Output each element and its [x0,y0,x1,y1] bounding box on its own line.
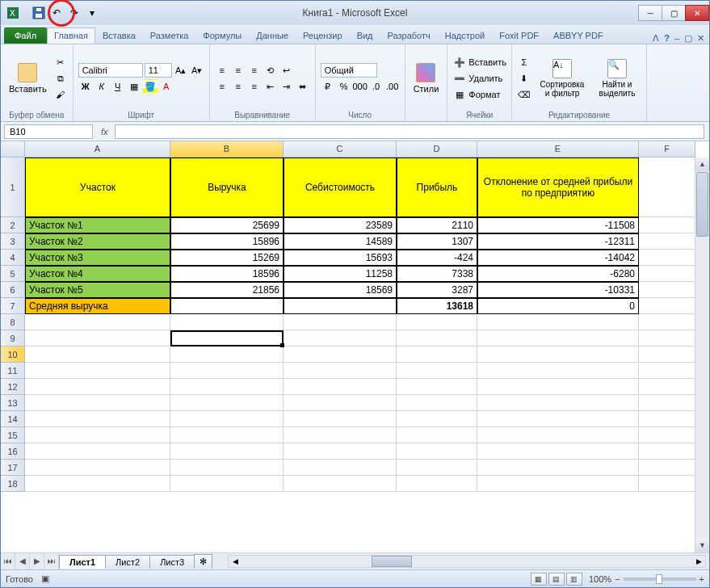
tab-layout[interactable]: Разметка [143,27,196,44]
insert-cells-icon[interactable]: ➕ [452,55,467,69]
qat-customize-icon[interactable]: ▾ [85,6,99,20]
align-left-icon[interactable]: ≡ [215,79,229,94]
dec-decimal-icon[interactable]: .00 [385,79,400,94]
scroll-down-icon[interactable]: ▼ [695,539,709,552]
tab-developer[interactable]: Разработч [380,27,438,44]
undo-icon[interactable]: ↶ [49,6,64,20]
merge-icon[interactable]: ⬌ [296,79,310,94]
sheet-tab[interactable]: Лист2 [105,555,150,569]
col-header-F[interactable]: F [639,141,695,158]
sheet-nav-prev-icon[interactable]: ◀ [15,553,30,569]
horizontal-scrollbar[interactable]: ◀ ▶ [228,555,706,568]
paste-button[interactable]: Вставить [6,61,50,95]
zoom-out-icon[interactable]: − [615,574,620,584]
indent-dec-icon[interactable]: ⇤ [263,79,278,94]
vertical-scrollbar[interactable]: ▲ ▼ [695,158,709,552]
sheet-tab[interactable]: Лист3 [149,555,195,569]
macro-record-icon[interactable]: ▣ [41,573,49,584]
copy-icon[interactable]: ⧉ [53,71,68,86]
cell[interactable] [639,158,695,217]
align-bottom-icon[interactable]: ≡ [247,63,262,78]
grid-rows[interactable]: 1 Участок Выручка Себистоимость Прибыль … [1,158,709,492]
sheet-nav-next-icon[interactable]: ▶ [30,553,44,569]
workbook-restore-icon[interactable]: ▢ [684,33,692,44]
italic-icon[interactable]: К [95,79,109,94]
align-center-icon[interactable]: ≡ [231,79,246,94]
percent-icon[interactable]: % [337,79,351,94]
sheet-nav-first-icon[interactable]: ⏮ [1,553,15,569]
col-header-C[interactable]: C [284,141,397,158]
cell[interactable]: Себистоимость [284,158,397,217]
wrap-text-icon[interactable]: ↩ [279,63,294,78]
fill-color-icon[interactable]: 🪣 [143,79,158,94]
scroll-up-icon[interactable]: ▲ [695,158,709,171]
col-header-D[interactable]: D [397,141,477,158]
formula-input[interactable] [115,124,704,139]
font-name-combo[interactable]: Calibri [78,63,143,78]
scroll-left-icon[interactable]: ◀ [229,556,242,567]
comma-icon[interactable]: 000 [353,79,368,94]
col-header-A[interactable]: A [25,141,170,158]
view-normal-icon[interactable]: ▦ [531,573,547,586]
fx-icon[interactable]: fx [96,127,113,136]
cell[interactable]: Отклонение от средней прибыли по предпри… [477,158,639,217]
border-icon[interactable]: ▦ [127,79,141,94]
view-pagebreak-icon[interactable]: ▥ [566,573,582,586]
save-icon[interactable] [32,6,46,20]
fill-icon[interactable]: ⬇ [517,71,531,86]
row-header-1[interactable]: 1 [1,158,25,217]
minimize-button[interactable]: ─ [638,5,662,21]
shrink-font-icon[interactable]: A▾ [190,63,204,78]
col-header-B[interactable]: B [170,141,284,158]
format-cells-icon[interactable]: ▦ [452,87,467,102]
sheet-tab[interactable]: Лист1 [59,555,106,569]
clear-icon[interactable]: ⌫ [517,87,531,102]
orientation-icon[interactable]: ⟲ [263,63,278,78]
tab-review[interactable]: Рецензир [296,27,350,44]
align-right-icon[interactable]: ≡ [247,79,262,94]
tab-file[interactable]: Файл [4,27,47,44]
format-painter-icon[interactable]: 🖌 [53,87,68,102]
inc-decimal-icon[interactable]: .0 [369,79,384,94]
autosum-icon[interactable]: Σ [517,55,531,69]
close-button[interactable]: ✕ [685,5,709,21]
sort-filter-button[interactable]: A↓ Сортировка и фильтр [535,57,590,99]
number-format-combo[interactable]: Общий [321,63,377,78]
align-middle-icon[interactable]: ≡ [231,63,246,78]
zoom-in-icon[interactable]: + [699,574,704,584]
excel-icon[interactable]: X [6,6,20,20]
new-sheet-icon[interactable]: ✻ [194,554,212,569]
workbook-close-icon[interactable]: ✕ [697,33,704,44]
cut-icon[interactable]: ✂ [53,55,68,69]
cell[interactable]: Прибыль [397,158,477,217]
bold-icon[interactable]: Ж [78,79,93,94]
help-icon[interactable]: ? [664,33,670,44]
currency-icon[interactable]: ₽ [321,79,335,94]
workbook-min-icon[interactable]: – [674,33,679,44]
indent-inc-icon[interactable]: ⇥ [279,79,294,94]
name-box[interactable]: B10 [4,124,93,139]
align-top-icon[interactable]: ≡ [215,63,229,78]
cell[interactable]: Участок [25,158,170,217]
font-size-combo[interactable]: 11 [145,63,172,78]
tab-view[interactable]: Вид [350,27,380,44]
zoom-slider[interactable] [624,578,696,581]
maximize-button[interactable]: ▢ [662,5,686,21]
cell[interactable]: Выручка [170,158,284,217]
tab-formulas[interactable]: Формулы [195,27,249,44]
font-color-icon[interactable]: A [159,79,174,94]
scroll-right-icon[interactable]: ▶ [692,556,705,567]
redo-icon[interactable]: ↷ [67,6,82,20]
tab-foxit[interactable]: Foxit PDF [492,27,546,44]
view-layout-icon[interactable]: ▤ [548,573,565,586]
find-select-button[interactable]: 🔍 Найти и выделить [593,57,641,99]
col-header-E[interactable]: E [477,141,639,158]
delete-cells-icon[interactable]: ➖ [452,71,467,86]
minimize-ribbon-icon[interactable]: ᐱ [653,33,659,44]
tab-addins[interactable]: Надстрой [438,27,492,44]
tab-abbyy[interactable]: ABBYY PDF [546,27,611,44]
underline-icon[interactable]: Ч [111,79,125,94]
hscroll-thumb[interactable] [372,556,412,567]
grow-font-icon[interactable]: A▴ [174,63,188,78]
sheet-nav-last-icon[interactable]: ⏭ [44,553,59,569]
